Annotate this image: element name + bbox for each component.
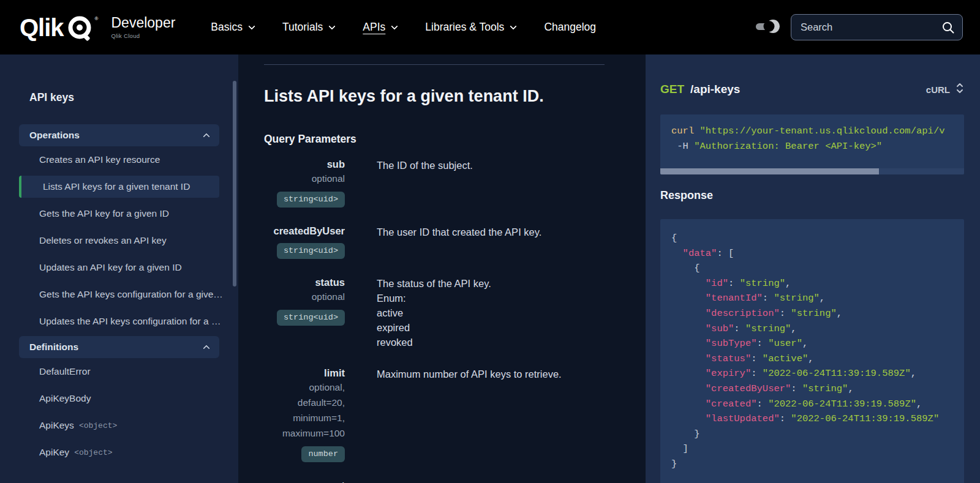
param-meta: suboptionalstring<uid> [264, 158, 345, 208]
param-type-badge: string<uid> [277, 192, 345, 208]
code-line: "created": "2022-06-24T11:39:19.589Z", [671, 397, 964, 412]
endpoint: GET/api-keys [660, 83, 740, 96]
param-modifier: maximum=100 [264, 425, 345, 441]
sidebar-section-definitions[interactable]: Definitions [19, 336, 219, 358]
sidebar-scrollbar-thumb[interactable] [233, 81, 236, 286]
curl-code-block[interactable]: curl "https://your-tenant.us.qlikcloud.c… [660, 114, 964, 174]
param-name: status [264, 276, 345, 289]
main-content: Lists API keys for a given tenant ID. Qu… [238, 54, 646, 483]
dark-mode-toggle[interactable] [754, 18, 781, 37]
sidebar-item-updates-an-api-key-for-a-given-id[interactable]: Updates an API key for a given ID [0, 254, 238, 281]
param-name: sort [264, 479, 345, 483]
code-line: } [671, 457, 964, 472]
nav-item-libraries-tools[interactable]: Libraries & Tools [425, 21, 516, 34]
param-description: The field to sort by, with +/- prefix in… [377, 479, 571, 483]
chevron-down-icon [391, 23, 398, 29]
sidebar-item-label: Creates an API key resource [39, 154, 160, 165]
sidebar-item-label: Deletes or revokes an API key [39, 235, 167, 246]
code-line: "lastUpdated": "2022-06-24T11:39:19.589Z… [671, 411, 964, 427]
param-type-badge: number [301, 446, 345, 462]
param-modifier: optional [264, 171, 345, 186]
chevron-down-icon [510, 23, 517, 29]
language-select-value: cURL [926, 84, 950, 95]
sidebar-item-label: ApiKeyBody [39, 393, 91, 404]
param-description-line: The user ID that created the API key. [377, 225, 541, 239]
code-line: "description": "string", [671, 306, 964, 321]
param-description-line: revoked [377, 335, 491, 350]
sidebar-section-label: Definitions [29, 342, 78, 353]
curl-horizontal-scrollbar[interactable] [660, 168, 964, 174]
param-description: Maximum number of API keys to retrieve. [377, 367, 562, 462]
code-line: "status": "active", [671, 351, 964, 367]
param-modifier: default=20, [264, 395, 345, 410]
search-icon[interactable] [941, 21, 955, 34]
param-description-line: Enum: [377, 291, 491, 305]
sidebar: API keys OperationsCreates an API key re… [0, 54, 238, 483]
param-row-status: statusoptionalstring<uid>The status of t… [264, 276, 605, 350]
param-name: sub [264, 158, 345, 171]
code-line: "createdByUser": "string", [671, 381, 964, 397]
code-line: "subType": "user", [671, 336, 964, 351]
nav-item-label: APIs [363, 21, 385, 34]
sidebar-section-operations[interactable]: Operations [19, 124, 219, 146]
nav-item-tutorials[interactable]: Tutorials [282, 21, 334, 34]
code-panel: GET/api-keys cURL curl "https://your-ten… [646, 54, 980, 483]
param-description-line: The status of the API key. [377, 276, 491, 291]
nav-item-apis[interactable]: APIs [363, 21, 397, 34]
param-meta: limitoptional,default=20,minimum=1,maxim… [264, 367, 345, 462]
nav-item-label: Basics [211, 21, 243, 34]
sidebar-item-label: Gets the API keys configuration for a gi… [39, 289, 223, 300]
param-row-sub: suboptionalstring<uid>The ID of the subj… [264, 158, 605, 208]
language-select[interactable]: cURL [926, 81, 964, 97]
nav-item-basics[interactable]: Basics [211, 21, 254, 34]
nav-item-changelog[interactable]: Changelog [544, 21, 596, 34]
sidebar-item-label: ApiKeys [39, 420, 74, 431]
sidebar-item-creates-an-api-key-resource[interactable]: Creates an API key resource [0, 146, 238, 173]
curl-scrollbar-thumb[interactable] [660, 168, 879, 174]
param-description-line: The ID of the subject. [377, 158, 473, 173]
parameter-list: suboptionalstring<uid>The ID of the subj… [264, 158, 605, 483]
sidebar-item-label: Gets the API key for a given ID [39, 208, 169, 219]
sidebar-item-lists-api-keys-for-a-given-tenant-id[interactable]: Lists API keys for a given tenant ID [19, 176, 219, 198]
code-line: { [671, 231, 964, 246]
search-box [791, 14, 963, 40]
product-name: Developer [111, 15, 176, 31]
sidebar-item-gets-the-api-keys-configuration-for-a-give[interactable]: Gets the API keys configuration for a gi… [0, 281, 238, 308]
sidebar-item-apikeys[interactable]: ApiKeys<object> [0, 412, 238, 439]
sidebar-item-updates-the-api-keys-configuration-for-a[interactable]: Updates the API keys configuration for a… [0, 308, 238, 335]
chevron-down-icon [329, 23, 336, 29]
param-type-badge: string<uid> [277, 310, 345, 326]
code-line: ] [671, 441, 964, 457]
moon-icon [754, 18, 781, 37]
nav-item-label: Tutorials [282, 21, 323, 34]
sidebar-item-apikeybody[interactable]: ApiKeyBody [0, 385, 238, 412]
param-meta: statusoptionalstring<uid> [264, 276, 345, 350]
code-line: "sub": "string", [671, 321, 964, 337]
search-input[interactable] [801, 21, 937, 33]
param-type-badge: string<uid> [277, 243, 345, 259]
param-description-line: The field to sort by, with +/- prefix in… [377, 479, 571, 483]
sidebar-item-apikey[interactable]: ApiKey<object> [0, 439, 238, 466]
nav-item-label: Changelog [544, 21, 596, 34]
response-code-block[interactable]: { "data": [ { "id": "string", "tenantId"… [660, 219, 964, 483]
registered-mark: ® [95, 16, 99, 21]
product-subtitle: Qlik Cloud [111, 32, 176, 39]
sidebar-section-label: Operations [29, 130, 80, 141]
main-nav: BasicsTutorialsAPIsLibraries & ToolsChan… [211, 21, 596, 34]
sidebar-item-defaulterror[interactable]: DefaultError [0, 358, 238, 385]
param-row-sort: sortThe field to sort by, with +/- prefi… [264, 479, 605, 483]
chevron-up-down-icon [956, 81, 964, 97]
code-line: -H "Authorization: Bearer <API-key>" [671, 139, 964, 154]
param-description-line: Maximum number of API keys to retrieve. [377, 367, 562, 381]
sidebar-item-gets-the-api-key-for-a-given-id[interactable]: Gets the API key for a given ID [0, 200, 238, 227]
sidebar-title: API keys [29, 91, 238, 104]
qlik-logo[interactable]: Qlik ® Developer Qlik Cloud [20, 12, 175, 43]
param-description-line: expired [377, 320, 491, 335]
param-meta: sort [264, 479, 345, 483]
param-row-createdbyuser: createdByUserstring<uid>The user ID that… [264, 225, 605, 259]
sidebar-item-deletes-or-revokes-an-api-key[interactable]: Deletes or revokes an API key [0, 227, 238, 254]
top-navbar: Qlik ® Developer Qlik Cloud BasicsTutori… [0, 0, 980, 54]
param-name: limit [264, 367, 345, 380]
code-line: "expiry": "2022-06-24T11:39:19.589Z", [671, 366, 964, 381]
code-line: { [671, 261, 964, 276]
